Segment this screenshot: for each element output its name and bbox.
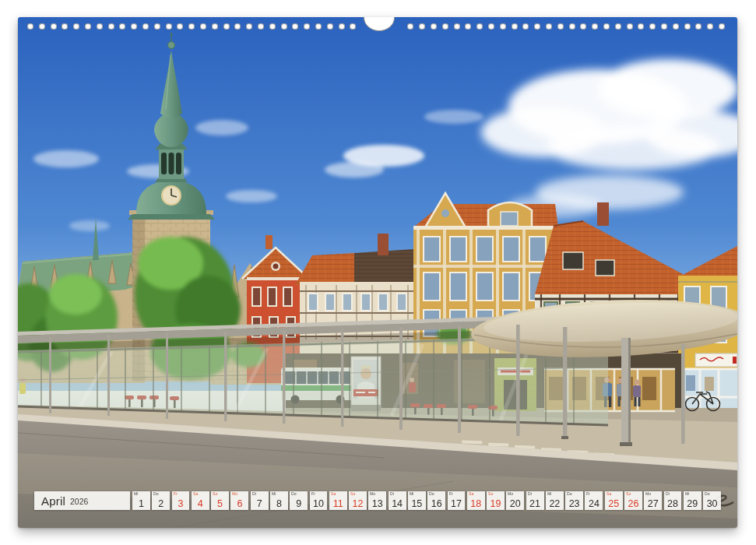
day-number: 10 (310, 499, 328, 509)
day-number: 1 (132, 499, 150, 509)
day-cell: Di7 (251, 491, 269, 510)
day-cell: Fr3 (172, 491, 190, 510)
day-number: 26 (624, 499, 642, 509)
day-cell: Sa11 (329, 491, 347, 510)
day-number: 30 (703, 499, 721, 509)
month-name: April (41, 494, 65, 508)
day-weekday: Mi (272, 492, 276, 496)
day-number: 27 (644, 499, 662, 509)
day-number: 7 (251, 499, 269, 509)
day-weekday: Mo (645, 492, 651, 496)
day-cell: Mi15 (408, 491, 426, 510)
day-number: 4 (192, 499, 209, 509)
day-number: 11 (329, 499, 347, 509)
binding-hole (557, 23, 564, 30)
day-cell: Do9 (290, 491, 308, 510)
day-weekday: Mo (232, 492, 237, 496)
binding-hole (442, 23, 448, 30)
day-weekday: Mo (370, 492, 375, 496)
day-number: 19 (487, 499, 505, 509)
day-cell: Mi1 (132, 491, 150, 510)
day-number: 20 (506, 499, 524, 509)
day-number: 17 (448, 499, 466, 509)
binding-hole (51, 23, 57, 30)
day-weekday: So (488, 492, 493, 496)
binding-hole (569, 23, 575, 30)
binding-hole (258, 23, 264, 30)
day-number: 12 (349, 499, 367, 509)
day-cell: Di28 (664, 491, 682, 510)
day-cell: Fr24 (585, 491, 603, 510)
binding-hole (223, 23, 230, 30)
month-label: April 2026 (34, 491, 130, 510)
day-number: 5 (211, 499, 229, 509)
day-weekday: Mi (547, 492, 551, 496)
binding-hole (97, 23, 103, 30)
binding-hole (39, 23, 45, 30)
day-cell: Di14 (389, 491, 406, 510)
day-weekday: Sa (607, 492, 611, 496)
day-weekday: Mo (508, 492, 513, 496)
day-cell: Di21 (526, 491, 544, 510)
day-weekday: So (626, 492, 631, 496)
day-number: 18 (467, 499, 485, 509)
year: 2026 (70, 495, 88, 506)
day-cell: Mo27 (644, 491, 662, 510)
binding-hole (719, 23, 725, 30)
day-cell: So26 (624, 491, 642, 510)
day-weekday: Fr (174, 492, 178, 496)
day-weekday: So (350, 492, 355, 496)
day-cell: Sa18 (467, 491, 485, 510)
day-number: 15 (408, 499, 426, 509)
day-cell: Sa4 (192, 491, 209, 510)
day-number: 9 (290, 499, 308, 509)
day-cell: Mo13 (368, 491, 386, 510)
day-cell: Mo20 (506, 491, 524, 510)
calendar-page: April 2026 Mi1Do2Fr3Sa4So5Mo6Di7Mi8Do9Fr… (18, 17, 737, 528)
day-cell: Fr17 (448, 491, 466, 510)
day-number: 23 (565, 499, 583, 509)
day-cell: Fr10 (310, 491, 328, 510)
day-cell: Do2 (152, 491, 170, 510)
binding-hole (108, 23, 114, 30)
day-cell: So5 (211, 491, 229, 510)
day-cell: Sa25 (605, 491, 623, 510)
day-weekday: Sa (331, 492, 336, 496)
binding-hole (500, 23, 506, 30)
day-number: 6 (230, 499, 248, 509)
binding-hole (269, 23, 276, 30)
binding-hole (212, 23, 218, 30)
day-number: 28 (664, 499, 682, 509)
day-cell: So12 (349, 491, 367, 510)
day-number: 21 (526, 499, 544, 509)
day-weekday: Do (567, 492, 572, 496)
day-weekday: Sa (193, 492, 198, 496)
day-weekday: Fr (311, 492, 315, 496)
day-cell: Mo6 (230, 491, 248, 510)
binding-hole (454, 23, 460, 30)
binding-hole (661, 23, 667, 30)
day-number: 22 (546, 499, 564, 509)
day-weekday: Sa (469, 492, 473, 496)
day-weekday: Di (528, 492, 532, 496)
day-weekday: Fr (449, 492, 453, 496)
binding-hole (142, 23, 149, 30)
day-weekday: Do (705, 492, 710, 496)
binding-hole (27, 23, 33, 30)
day-weekday: Mi (410, 492, 413, 496)
day-cell: So19 (487, 491, 505, 510)
binding-hole (603, 23, 610, 30)
day-weekday: Fr (586, 492, 590, 496)
day-weekday: So (213, 492, 217, 496)
binding-hole (281, 23, 287, 30)
binding-hole (431, 23, 437, 30)
day-number: 29 (684, 499, 701, 509)
day-cell: Mi22 (546, 491, 564, 510)
day-cells: Mi1Do2Fr3Sa4So5Mo6Di7Mi8Do9Fr10Sa11So12M… (132, 491, 721, 510)
day-number: 24 (585, 499, 603, 509)
day-number: 16 (427, 499, 445, 509)
day-number: 14 (389, 499, 406, 509)
binding-hole (684, 23, 691, 30)
binding-hole (327, 23, 333, 30)
binding-hole (166, 23, 172, 30)
